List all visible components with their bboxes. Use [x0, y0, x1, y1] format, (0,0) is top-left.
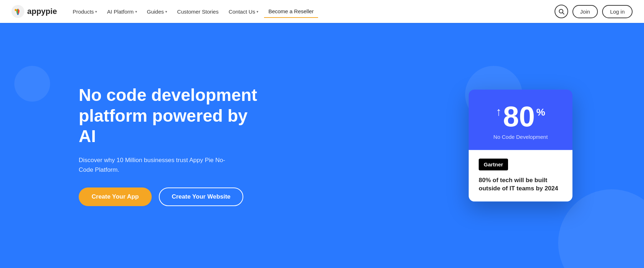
join-button[interactable]: Join: [572, 5, 598, 18]
nav-ai-platform-label: AI Platform: [107, 9, 133, 15]
main-nav: Products ▾ AI Platform ▾ Guides ▾ Custom…: [68, 5, 554, 18]
stats-number: 80: [503, 102, 535, 131]
search-icon: [558, 8, 565, 15]
svg-line-3: [562, 13, 564, 14]
hero-buttons: Create Your App Create Your Website: [79, 187, 268, 206]
nav-become-reseller[interactable]: Become a Reseller: [264, 5, 318, 18]
nav-customer-stories-label: Customer Stories: [177, 9, 219, 15]
contact-chevron-icon: ▾: [257, 10, 258, 14]
products-chevron-icon: ▾: [95, 10, 97, 14]
guides-chevron-icon: ▾: [165, 10, 167, 14]
svg-point-1: [15, 9, 17, 11]
nav-guides-label: Guides: [147, 9, 164, 15]
stats-card: ↑ 80 % No Code Development Gartner 80% o…: [469, 89, 572, 202]
hero-title: No code development platform powered by …: [79, 85, 268, 147]
hero-content: No code development platform powered by …: [0, 85, 268, 206]
nav-guides[interactable]: Guides ▾: [143, 6, 172, 18]
logo-link[interactable]: appypie: [11, 5, 57, 18]
nav-customer-stories[interactable]: Customer Stories: [173, 6, 223, 18]
bg-circle-3: [558, 189, 644, 268]
create-website-button[interactable]: Create Your Website: [159, 187, 243, 206]
nav-contact-us-label: Contact Us: [229, 9, 255, 15]
stats-card-top: ↑ 80 % No Code Development: [469, 89, 572, 150]
ai-platform-chevron-icon: ▾: [135, 10, 137, 14]
gartner-badge: Gartner: [479, 159, 508, 170]
stats-label: No Code Development: [493, 134, 548, 140]
stats-percent-display: ↑ 80 %: [496, 102, 545, 131]
nav-contact-us[interactable]: Contact Us ▾: [224, 6, 263, 18]
stats-arrow-icon: ↑: [496, 105, 502, 118]
logo-icon: [11, 5, 24, 18]
nav-reseller-label: Become a Reseller: [268, 8, 314, 14]
nav-products-label: Products: [73, 9, 94, 15]
hero-subtitle: Discover why 10 Million businesses trust…: [79, 155, 229, 175]
stats-card-bottom: Gartner 80% of tech will be built outsid…: [469, 150, 572, 202]
create-app-button[interactable]: Create Your App: [79, 187, 152, 206]
logo-text: appypie: [27, 7, 57, 16]
search-button[interactable]: [555, 5, 568, 18]
header: appypie Products ▾ AI Platform ▾ Guides …: [0, 0, 644, 23]
nav-products[interactable]: Products ▾: [68, 6, 101, 18]
nav-ai-platform[interactable]: AI Platform ▾: [103, 6, 141, 18]
hero-section: No code development platform powered by …: [0, 23, 644, 268]
header-actions: Join Log in: [555, 5, 633, 18]
stats-description: 80% of tech will be built outside of IT …: [479, 176, 562, 193]
login-button[interactable]: Log in: [602, 5, 633, 18]
stats-superscript: %: [536, 107, 545, 118]
